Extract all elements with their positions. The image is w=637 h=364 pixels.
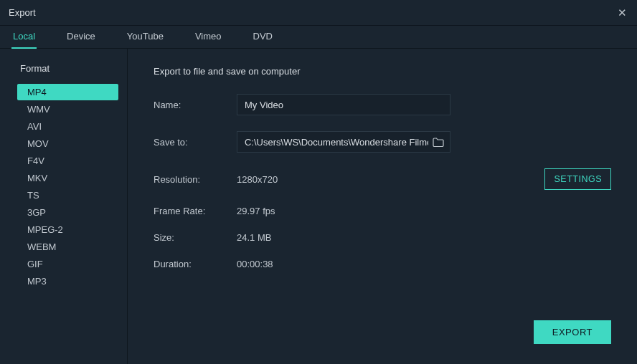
format-label: GIF [27,259,43,269]
tab-label: Vimeo [195,31,222,42]
size-label: Size: [154,232,237,243]
format-label: MKV [27,173,47,183]
format-label: MP3 [27,276,47,287]
tab-dvd[interactable]: DVD [252,26,274,49]
format-item-mp4[interactable]: MP4 [17,84,118,100]
main-heading: Export to file and save on computer [154,66,611,77]
folder-icon[interactable] [433,138,444,147]
format-item-3gp[interactable]: 3GP [17,204,118,221]
format-item-ts[interactable]: TS [17,187,118,203]
format-label: MPEG-2 [27,224,63,235]
row-duration: Duration: 00:00:38 [154,259,611,269]
name-label: Name: [154,100,237,110]
resolution-value: 1280x720 [237,174,278,185]
sidebar-heading: Format [17,63,118,74]
row-size: Size: 24.1 MB [154,232,611,243]
framerate-value: 29.97 fps [237,206,275,216]
format-label: WMV [27,104,50,115]
tab-vimeo[interactable]: Vimeo [194,26,223,49]
row-saveto: Save to: C:\Users\WS\Documents\Wondersha… [154,131,611,153]
format-label: AVI [27,121,42,132]
tab-label: Local [13,31,35,42]
close-icon[interactable]: ✕ [615,6,628,19]
format-label: MP4 [27,87,47,97]
format-item-f4v[interactable]: F4V [17,153,118,169]
sidebar: Format MP4 WMV AVI MOV F4V MKV TS 3GP MP… [0,49,128,364]
format-item-mkv[interactable]: MKV [17,170,118,186]
name-input[interactable] [237,94,450,115]
window-title: Export [9,7,36,18]
format-item-mov[interactable]: MOV [17,135,118,152]
tabbar: Local Device YouTube Vimeo DVD [0,26,637,49]
saveto-path: C:\Users\WS\Documents\Wondershare Filmor… [245,137,428,148]
format-item-mpeg2[interactable]: MPEG-2 [17,221,118,238]
tab-youtube[interactable]: YouTube [126,26,165,49]
format-item-gif[interactable]: GIF [17,256,118,272]
export-button[interactable]: EXPORT [534,320,611,344]
tab-device[interactable]: Device [65,26,97,49]
saveto-field[interactable]: C:\Users\WS\Documents\Wondershare Filmor… [237,131,450,153]
format-label: MOV [27,138,49,149]
row-framerate: Frame Rate: 29.97 fps [154,206,611,216]
format-item-avi[interactable]: AVI [17,118,118,135]
row-name: Name: [154,94,611,115]
saveto-label: Save to: [154,137,237,148]
titlebar: Export ✕ [0,0,637,26]
framerate-label: Frame Rate: [154,206,237,216]
format-label: F4V [27,155,44,166]
settings-button[interactable]: SETTINGS [544,168,611,190]
duration-value: 00:00:38 [237,259,273,269]
tab-label: YouTube [127,31,164,42]
tab-local[interactable]: Local [11,26,37,49]
main-panel: Export to file and save on computer Name… [128,49,637,364]
tab-label: DVD [253,31,273,42]
size-value: 24.1 MB [237,232,271,243]
format-item-mp3[interactable]: MP3 [17,273,118,289]
duration-label: Duration: [154,259,237,269]
format-label: WEBM [27,241,56,252]
format-label: 3GP [27,207,46,218]
format-item-webm[interactable]: WEBM [17,239,118,255]
format-label: TS [27,190,39,201]
row-resolution: Resolution: 1280x720 SETTINGS [154,168,611,190]
resolution-label: Resolution: [154,174,237,185]
format-item-wmv[interactable]: WMV [17,101,118,118]
tab-label: Device [67,31,95,42]
dialog-body: Format MP4 WMV AVI MOV F4V MKV TS 3GP MP… [0,49,637,364]
